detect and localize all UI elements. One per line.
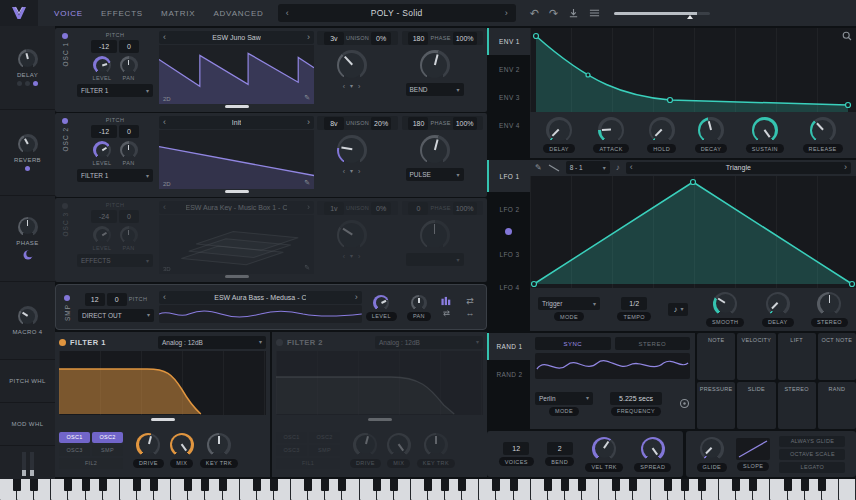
lfo-sync-type-button[interactable]: ♪▾ (668, 303, 688, 316)
osc2-routing-dropdown[interactable]: FILTER 1▾ (77, 169, 153, 182)
osc2-level-knob[interactable] (93, 141, 111, 159)
rand-mode-dropdown[interactable]: Perlin▾ (535, 392, 593, 405)
osc2-frame-nav[interactable]: ‹▾› (343, 168, 361, 175)
osc2-spectral-morph-knob[interactable] (420, 135, 450, 165)
octave-scale-toggle[interactable]: OCTAVE SCALE (779, 449, 845, 460)
piano-key-black[interactable] (150, 479, 158, 491)
osc1-transpose[interactable]: -12 (91, 40, 117, 53)
random-phase-icon[interactable]: ⇄ (466, 296, 474, 306)
osc3-frame-nav[interactable]: ‹▾› (343, 253, 361, 260)
osc1-wavetable-next-icon[interactable]: › (307, 33, 310, 42)
smp-sample-name[interactable]: ESW Aura Bass - Medusa - C (214, 294, 306, 301)
piano-key-black[interactable] (13, 479, 21, 491)
osc1-spectral-morph-knob[interactable] (420, 50, 450, 80)
osc2-edit-icon[interactable]: ✎ (304, 179, 310, 187)
filter2-input-osc2[interactable]: OSC2 (309, 432, 340, 443)
lfo-shape-dropdown[interactable]: ‹ Triangle › (626, 162, 851, 174)
piano-key-black[interactable] (681, 479, 689, 491)
piano-key-black[interactable] (321, 479, 329, 491)
env-release-knob[interactable] (810, 117, 836, 143)
osc1-pan-knob[interactable] (120, 56, 138, 74)
piano-key-black[interactable] (732, 479, 740, 491)
module-reverb[interactable]: REVERB (0, 110, 55, 196)
filter1-input-osc1[interactable]: OSC1 (59, 432, 90, 443)
tab-lfo-2[interactable]: LFO 2 (487, 193, 530, 225)
osc3-wavetable-next-icon[interactable]: › (307, 203, 310, 212)
tab-env-3[interactable]: ENV 3 (487, 84, 530, 111)
piano-key-black[interactable] (544, 479, 552, 491)
preset-prev-icon[interactable]: ‹ (286, 9, 289, 18)
smp-power-toggle[interactable] (64, 295, 70, 301)
mod-wheel[interactable]: MOD WHL (0, 403, 55, 446)
keytrack-bars-icon[interactable] (440, 296, 452, 306)
piano-key-black[interactable] (612, 479, 620, 491)
smp-transpose[interactable]: 12 (85, 293, 105, 306)
vel-trk-knob[interactable] (592, 437, 616, 461)
glide-knob[interactable] (700, 437, 724, 461)
lfo-graph[interactable] (530, 176, 856, 288)
osc2-transpose[interactable]: -12 (91, 125, 117, 138)
osc3-spectral-morph-knob[interactable] (420, 220, 450, 250)
spread-knob[interactable] (641, 437, 665, 461)
smp-level-knob[interactable] (373, 295, 389, 311)
smp-waveform-display[interactable] (159, 305, 362, 323)
osc2-waveform-display[interactable]: 2D ✎ (159, 130, 314, 189)
rand-waveform-display[interactable] (535, 353, 690, 379)
lfo-mode-dropdown[interactable]: Trigger▾ (538, 297, 600, 310)
undo-icon[interactable]: ↶ (530, 7, 539, 20)
tab-voice[interactable]: VOICE (54, 9, 83, 18)
filter1-mix-knob[interactable] (170, 433, 194, 457)
piano-key-black[interactable] (373, 479, 381, 491)
filter2-drive-knob[interactable] (353, 433, 377, 457)
piano-key-black[interactable] (133, 479, 141, 491)
osc2-view-mode[interactable]: 2D (163, 181, 171, 187)
filter1-scrollbar[interactable] (59, 417, 266, 422)
osc3-frame-scrollbar[interactable] (159, 274, 314, 279)
filter1-input-fil2[interactable]: FIL2 (59, 458, 123, 469)
app-logo[interactable] (0, 0, 38, 26)
tab-env-2[interactable]: ENV 2 (487, 56, 530, 83)
mod-source-stereo[interactable]: STEREO (778, 382, 816, 429)
tab-advanced[interactable]: ADVANCED (213, 9, 263, 18)
filter1-input-osc2[interactable]: OSC2 (92, 432, 123, 443)
osc3-wave-frame-knob[interactable] (337, 220, 367, 250)
rand-sync-button[interactable]: SYNC (535, 337, 611, 350)
osc3-unison-detune[interactable]: 0% (371, 202, 391, 215)
lfo-stereo-knob[interactable] (817, 292, 841, 316)
osc1-phase-value[interactable]: 180 (408, 32, 428, 45)
osc2-morph-type-dropdown[interactable]: PULSE▾ (406, 168, 464, 181)
piano-key-black[interactable] (338, 479, 346, 491)
preset-browser[interactable]: ‹ POLY - Solid › (278, 4, 516, 22)
piano-key-black[interactable] (30, 479, 38, 491)
mod-source-slide[interactable]: SLIDE (737, 382, 775, 429)
osc1-unison-voices[interactable]: 3v (324, 32, 344, 45)
osc3-morph-type-dropdown[interactable]: ▾ (406, 253, 464, 266)
tab-rand-2[interactable]: RAND 2 (487, 361, 530, 388)
smp-sample-next-icon[interactable]: › (355, 293, 358, 302)
osc2-tune[interactable]: 0 (119, 125, 139, 138)
filter2-input-fil1[interactable]: FIL1 (276, 458, 340, 469)
osc2-wave-frame-knob[interactable] (337, 135, 367, 165)
piano-key-black[interactable] (749, 479, 757, 491)
smp-pan-knob[interactable] (411, 295, 427, 311)
env-sustain-knob[interactable] (752, 117, 778, 143)
piano-keyboard[interactable] (0, 479, 856, 500)
filter1-power-toggle[interactable] (59, 339, 66, 346)
osc3-transpose[interactable]: -24 (91, 210, 117, 223)
note-icon[interactable]: ♪ (616, 163, 620, 172)
osc1-unison-detune[interactable]: 0% (371, 32, 391, 45)
piano-key-black[interactable] (664, 479, 672, 491)
osc1-morph-type-dropdown[interactable]: BEND▾ (406, 83, 464, 96)
filter2-power-toggle[interactable] (276, 339, 283, 346)
osc1-frame-scrollbar[interactable] (159, 104, 314, 109)
osc2-power-toggle[interactable] (62, 118, 68, 124)
osc3-view-mode[interactable]: 3D (163, 266, 171, 272)
lfo-smooth-knob[interactable] (713, 292, 737, 316)
draw-icon[interactable]: ✎ (535, 163, 542, 172)
osc1-wavetable-prev-icon[interactable]: ‹ (163, 33, 166, 42)
osc1-wave-frame-knob[interactable] (337, 50, 367, 80)
osc2-pan-knob[interactable] (120, 141, 138, 159)
osc1-level-knob[interactable] (93, 56, 111, 74)
piano-key-black[interactable] (784, 479, 792, 491)
envelope-graph[interactable] (530, 28, 856, 112)
